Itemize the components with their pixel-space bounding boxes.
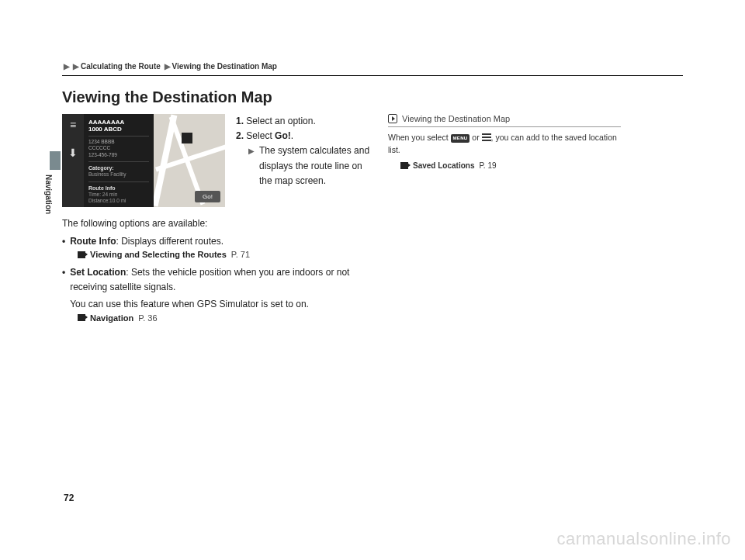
- step-text-post: .: [291, 130, 293, 141]
- addr-line: 1234 BBBB: [88, 139, 149, 145]
- side-section-label: Navigation: [44, 175, 53, 214]
- page-title: Viewing the Destination Map: [62, 88, 683, 106]
- step-text-bold: Go!: [275, 130, 291, 141]
- bullet-dot-icon: •: [62, 265, 65, 312]
- addr-line: CCCCCC: [88, 145, 149, 151]
- dest-title: AAAAAAAA: [88, 119, 149, 126]
- xref-title: Navigation: [90, 313, 133, 323]
- category-label: Category:: [88, 164, 149, 171]
- menu-badge-icon: MENU: [451, 134, 470, 143]
- step-text-pre: Select: [246, 130, 275, 141]
- breadcrumb-level1: Calculating the Route: [81, 62, 161, 71]
- chevron-right-icon: ▶: [73, 62, 79, 71]
- nav-screenshot-sidebar: ≡ ⬇: [62, 114, 84, 207]
- xref-viewing-routes: Viewing and Selecting the Routes P. 71: [62, 250, 372, 259]
- info-text-pre: When you select: [388, 133, 451, 142]
- category-value: Business Facility: [88, 171, 149, 178]
- breadcrumb-level2: Viewing the Destination Map: [172, 62, 277, 71]
- step-number: 2.: [236, 130, 244, 141]
- go-button[interactable]: Go!: [195, 191, 220, 202]
- nav-screenshot: ≡ ⬇ AAAAAAAA 1000 ABCD 1234 BBBB CCCCCC …: [62, 114, 225, 207]
- addr-line: 123-456-789: [88, 152, 149, 158]
- routeinfo-time: Time: 24 min: [88, 192, 149, 198]
- routeinfo-distance: Distance:10.0 mi: [88, 198, 149, 204]
- breadcrumb: ▶▶Calculating the Route ▶Viewing the Des…: [62, 62, 683, 71]
- step-text: Select an option.: [246, 116, 315, 126]
- destination-flag-icon: [182, 133, 192, 143]
- xref-page: P. 71: [231, 250, 250, 259]
- step-sub-text: The system calculates and displays the r…: [259, 143, 372, 188]
- side-tab: [50, 151, 61, 170]
- xref-icon: [400, 162, 408, 169]
- dest-address: 1234 BBBB CCCCCC 123-456-789: [88, 136, 149, 158]
- watermark: carmanualsonline.info: [556, 529, 731, 549]
- hamburger-icon: [482, 133, 491, 143]
- xref-title: Saved Locations: [413, 160, 474, 171]
- info-play-icon: [388, 114, 397, 123]
- chevron-right-icon: ▶: [165, 62, 171, 71]
- bullet-bold: Set Location: [70, 267, 126, 278]
- bullet-route-info: • Route Info: Displays different routes.: [62, 234, 372, 249]
- options-intro: The following options are available:: [62, 216, 372, 231]
- bullet-dot-icon: •: [62, 234, 65, 249]
- info-text-mid: or: [470, 133, 481, 142]
- triangle-bullet-icon: ▶: [248, 145, 255, 188]
- nav-screenshot-panel: AAAAAAAA 1000 ABCD 1234 BBBB CCCCCC 123-…: [84, 114, 154, 207]
- hamburger-icon: ≡: [70, 119, 76, 131]
- dest-subtitle: 1000 ABCD: [88, 126, 149, 133]
- info-header-text: Viewing the Destination Map: [402, 114, 510, 123]
- dest-category: Category: Business Facility: [88, 161, 149, 178]
- xref-icon: [78, 314, 85, 321]
- xref-icon: [78, 251, 85, 258]
- bullet-line2: You can use this feature when GPS Simula…: [70, 297, 372, 312]
- page-content: ▶▶Calculating the Route ▶Viewing the Des…: [62, 62, 683, 323]
- xref-title: Viewing and Selecting the Routes: [90, 250, 227, 259]
- page-number: 72: [64, 493, 74, 503]
- step-number: 1.: [236, 116, 244, 126]
- step-2: 2. Select Go!.: [236, 129, 372, 143]
- main-column: ≡ ⬇ AAAAAAAA 1000 ABCD 1234 BBBB CCCCCC …: [62, 114, 372, 323]
- xref-navigation: Navigation P. 36: [62, 313, 372, 323]
- xref-page: P. 36: [138, 313, 157, 323]
- bullet-set-location: • Set Location: Sets the vehicle positio…: [62, 265, 372, 312]
- divider: [62, 75, 683, 76]
- chevron-right-icon: ▶: [64, 62, 70, 71]
- steps-list: 1. Select an option. 2. Select Go!. ▶ Th…: [236, 114, 372, 207]
- routeinfo-label: Route Info: [88, 185, 149, 192]
- xref-page: P. 19: [479, 160, 496, 171]
- arrow-down-icon: ⬇: [68, 147, 78, 159]
- info-box: When you select MENU or , you can add to…: [388, 126, 621, 171]
- nav-screenshot-map: Go!: [154, 114, 225, 207]
- bullet-bold: Route Info: [70, 236, 116, 247]
- info-column: Viewing the Destination Map When you sel…: [388, 114, 621, 323]
- dest-routeinfo: Route Info Time: 24 min Distance:10.0 mi: [88, 181, 149, 205]
- xref-saved-locations: Saved Locations P. 19: [388, 160, 621, 171]
- step-1: 1. Select an option.: [236, 114, 372, 129]
- info-header: Viewing the Destination Map: [388, 114, 621, 123]
- bullet-rest: : Displays different routes.: [116, 236, 224, 247]
- step-2-sub: ▶ The system calculates and displays the…: [236, 143, 372, 188]
